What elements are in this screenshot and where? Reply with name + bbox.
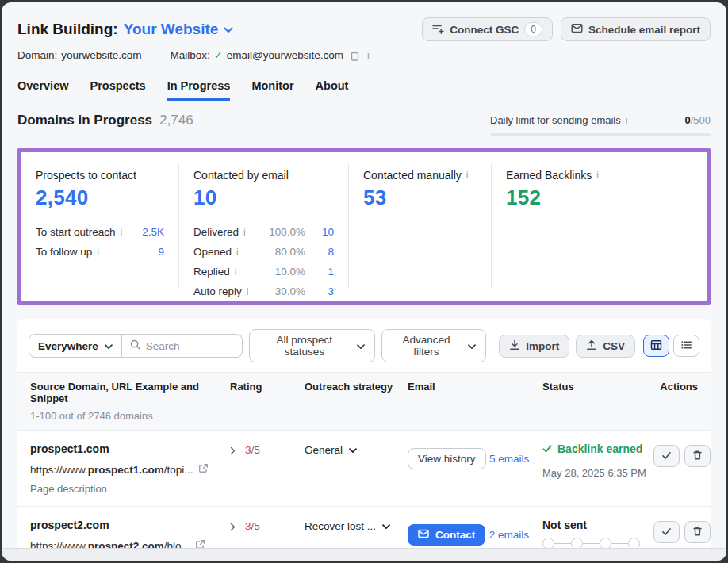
- tab-about[interactable]: About: [316, 73, 349, 101]
- info-icon[interactable]: i: [236, 247, 239, 257]
- contact-button[interactable]: Contact: [408, 524, 485, 546]
- info-icon[interactable]: i: [246, 287, 250, 297]
- tab-overview[interactable]: Overview: [17, 73, 69, 101]
- outreach-strategy-dropdown[interactable]: General: [305, 442, 408, 456]
- info-icon[interactable]: i: [120, 228, 124, 237]
- stat-row-pct: 30.0%: [275, 285, 305, 297]
- stat-row-value-link[interactable]: 2.5K: [142, 226, 164, 238]
- daily-limit-total: /500: [691, 114, 711, 126]
- list-view-button[interactable]: [673, 335, 699, 357]
- stats-panel: Prospects to contact 2,540 To start outr…: [17, 148, 711, 305]
- stat-row-to-start-outreach: To start outreachi 2.5K: [36, 222, 164, 242]
- expand-row-icon[interactable]: [230, 444, 236, 455]
- project-name: Your Website: [124, 21, 219, 38]
- step-circle: [600, 538, 611, 548]
- stat-row-value-link[interactable]: 8: [313, 246, 334, 258]
- prospect-statuses-label: All prospect statuses: [259, 334, 350, 358]
- verified-check-icon: ✓: [214, 49, 223, 61]
- info-icon[interactable]: i: [596, 170, 600, 180]
- step-circle: [571, 538, 583, 548]
- chevron-down-icon: [382, 520, 390, 532]
- info-icon[interactable]: i: [234, 267, 238, 277]
- table-header: Source Domain, URL Example and Snippet 1…: [17, 372, 711, 431]
- stat-row-pct: 100.0%: [269, 226, 305, 238]
- external-link-icon[interactable]: [198, 463, 209, 476]
- status-backlink-earned[interactable]: Backlink earned: [542, 442, 653, 455]
- outreach-strategy-dropdown[interactable]: Recover lost ...: [305, 519, 408, 532]
- stat-row-value-link[interactable]: 10: [313, 226, 334, 238]
- prospect-statuses-dropdown[interactable]: All prospect statuses: [249, 329, 375, 362]
- prospect-url[interactable]: https://www.prospect2.com/blo...: [30, 540, 190, 549]
- csv-export-button[interactable]: CSV: [576, 335, 635, 358]
- stat-value: 53: [363, 186, 477, 210]
- schedule-email-report-button[interactable]: Schedule email report: [561, 17, 711, 41]
- url-suffix: /blo...: [164, 540, 190, 549]
- tab-in-progress[interactable]: In Progress: [167, 73, 231, 101]
- main-tabs: Overview Prospects In Progress Monitor A…: [2, 73, 726, 101]
- table-row: prospect1.com https://www.prospect1.com/…: [17, 431, 711, 507]
- status-date: May 28, 2025 6:35 PM: [542, 467, 653, 479]
- search-input[interactable]: [146, 340, 234, 352]
- column-email: Email: [408, 381, 542, 422]
- info-icon[interactable]: i: [365, 51, 372, 60]
- url-domain: prospect2.com: [88, 540, 164, 549]
- mark-done-button[interactable]: [653, 521, 680, 543]
- search-scope-dropdown[interactable]: Everywhere: [29, 334, 122, 358]
- schedule-report-label: Schedule email report: [588, 24, 700, 36]
- rating-value: 3: [245, 444, 251, 456]
- contact-label: Contact: [435, 529, 475, 541]
- envelope-icon: [418, 529, 429, 541]
- info-icon[interactable]: i: [625, 116, 629, 125]
- column-status: Status: [542, 381, 653, 422]
- chevron-down-icon: [105, 340, 113, 352]
- project-selector[interactable]: Your Website: [124, 21, 234, 38]
- chevron-down-icon: [349, 444, 357, 456]
- prospect-domain: prospect1.com: [30, 442, 230, 455]
- download-icon: [509, 339, 520, 353]
- stat-row-label: To start outreach: [36, 226, 116, 238]
- advanced-filters-dropdown[interactable]: Advanced filters: [381, 329, 487, 362]
- advanced-filters-label: Advanced filters: [392, 334, 462, 358]
- delete-button[interactable]: [684, 445, 711, 467]
- stat-row-value-link[interactable]: 1: [313, 266, 334, 278]
- tab-monitor[interactable]: Monitor: [251, 73, 293, 101]
- link-building-app: Link Building: Your Website Connect GSC …: [2, 2, 726, 561]
- external-link-icon[interactable]: [195, 539, 205, 548]
- view-toggle: [643, 335, 699, 357]
- info-icon[interactable]: i: [243, 228, 247, 237]
- tab-prospects[interactable]: Prospects: [90, 73, 146, 101]
- view-history-button[interactable]: View history: [408, 448, 486, 469]
- page-header: Link Building: Your Website Connect GSC …: [2, 2, 726, 61]
- info-icon[interactable]: i: [466, 170, 469, 180]
- import-button[interactable]: Import: [499, 335, 569, 358]
- copy-icon[interactable]: [347, 50, 361, 61]
- stat-row-delivered: Deliveredi 100.0% 10: [193, 222, 334, 242]
- prospect-url[interactable]: https://www.prospect1.com/topi...: [30, 464, 193, 476]
- mark-done-button[interactable]: [653, 445, 680, 467]
- connect-gsc-button[interactable]: Connect GSC 0: [422, 17, 553, 41]
- url-domain: prospect1.com: [88, 464, 164, 476]
- stat-contacted-manually: Contacted manuallyi 53: [348, 164, 491, 289]
- stat-row-label: To follow up: [36, 246, 92, 258]
- stat-row-label: Delivered: [193, 226, 239, 238]
- emails-count-link[interactable]: 2 emails: [489, 529, 529, 541]
- stat-row-value-link[interactable]: 3: [313, 285, 334, 297]
- stat-label: Prospects to contact: [36, 169, 164, 182]
- emails-count-link[interactable]: 5 emails: [489, 453, 529, 465]
- daily-limit-label: Daily limit for sending emails: [490, 114, 621, 126]
- stat-row-label: Opened: [193, 246, 232, 258]
- domain-label: Domain:: [17, 49, 57, 61]
- stat-value: 152: [506, 186, 692, 210]
- stat-row-value-link[interactable]: 9: [158, 246, 164, 258]
- delete-button[interactable]: [684, 521, 711, 543]
- expand-row-icon[interactable]: [230, 520, 236, 531]
- envelope-icon: [571, 23, 583, 36]
- info-icon[interactable]: i: [96, 247, 100, 257]
- list-plus-icon: [432, 23, 444, 36]
- chevron-down-icon: [357, 340, 365, 352]
- column-actions: Actions: [653, 381, 698, 422]
- table-view-button[interactable]: [643, 335, 669, 357]
- table-row: prospect2.com https://www.prospect2.com/…: [17, 507, 711, 548]
- check-icon: [542, 442, 552, 455]
- connect-gsc-badge: 0: [524, 22, 542, 36]
